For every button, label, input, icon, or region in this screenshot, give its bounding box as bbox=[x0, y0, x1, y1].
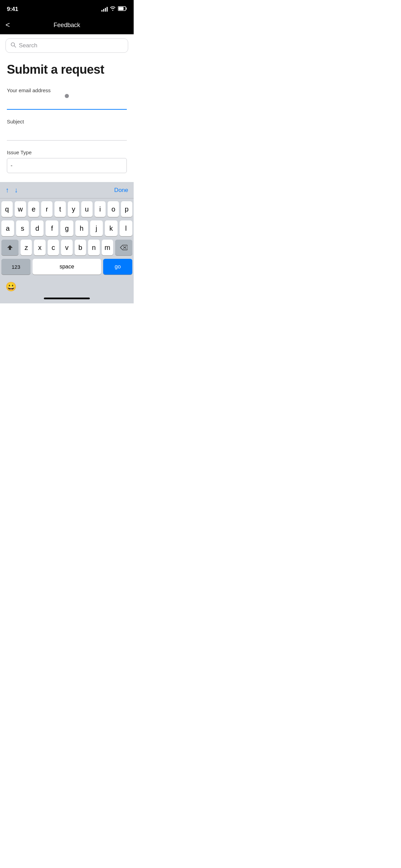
page-title: Submit a request bbox=[7, 62, 127, 76]
key-r[interactable]: r bbox=[41, 201, 52, 217]
search-bar[interactable]: Search bbox=[5, 38, 128, 53]
key-g[interactable]: g bbox=[60, 220, 73, 236]
content-area: Search Submit a request Your email addre… bbox=[0, 38, 134, 173]
keyboard: q w e r t y u i o p a s d f g h j k l z … bbox=[0, 198, 134, 279]
key-j[interactable]: j bbox=[90, 220, 103, 236]
key-b[interactable]: b bbox=[75, 240, 86, 255]
subject-label: Subject bbox=[7, 119, 127, 124]
key-n[interactable]: n bbox=[88, 240, 99, 255]
shift-key[interactable] bbox=[1, 240, 19, 255]
key-u[interactable]: u bbox=[81, 201, 93, 217]
svg-rect-2 bbox=[119, 7, 124, 10]
form-area: Submit a request Your email address Subj… bbox=[0, 53, 134, 173]
subject-input[interactable] bbox=[7, 127, 127, 141]
key-i[interactable]: i bbox=[95, 201, 106, 217]
numbers-key[interactable]: 123 bbox=[1, 259, 31, 275]
search-placeholder: Search bbox=[19, 42, 37, 49]
home-indicator-wrap bbox=[0, 295, 134, 303]
key-c[interactable]: c bbox=[48, 240, 59, 255]
issue-type-dropdown[interactable]: - bbox=[7, 158, 127, 173]
key-t[interactable]: t bbox=[54, 201, 66, 217]
delete-key[interactable] bbox=[115, 240, 132, 255]
key-o[interactable]: o bbox=[108, 201, 119, 217]
key-y[interactable]: y bbox=[68, 201, 79, 217]
search-icon bbox=[11, 42, 16, 49]
key-x[interactable]: x bbox=[34, 240, 45, 255]
keyboard-row-1: q w e r t y u i o p bbox=[1, 201, 132, 217]
keyboard-row-3: z x c v b n m bbox=[1, 240, 132, 255]
back-button[interactable]: < bbox=[5, 21, 10, 29]
key-e[interactable]: e bbox=[28, 201, 39, 217]
key-w[interactable]: w bbox=[15, 201, 26, 217]
signal-icon bbox=[101, 7, 108, 12]
key-k[interactable]: k bbox=[105, 220, 118, 236]
key-m[interactable]: m bbox=[102, 240, 113, 255]
issue-type-group: Issue Type - bbox=[7, 149, 127, 173]
cursor-dot bbox=[65, 94, 69, 98]
email-input-wrap bbox=[7, 96, 127, 110]
key-v[interactable]: v bbox=[61, 240, 72, 255]
status-icons bbox=[101, 6, 127, 12]
keyboard-row-2: a s d f g h j k l bbox=[1, 220, 132, 236]
battery-icon bbox=[118, 6, 127, 12]
wifi-icon bbox=[110, 6, 116, 12]
keyboard-done-button[interactable]: Done bbox=[114, 187, 128, 194]
email-input[interactable] bbox=[7, 96, 127, 110]
key-l[interactable]: l bbox=[120, 220, 132, 236]
keyboard-toolbar: ↑ ↓ Done bbox=[0, 182, 134, 198]
status-time: 9:41 bbox=[7, 6, 18, 13]
subject-group: Subject bbox=[7, 119, 127, 141]
key-z[interactable]: z bbox=[21, 240, 32, 255]
go-key[interactable]: go bbox=[103, 259, 132, 275]
email-group: Your email address bbox=[7, 87, 127, 110]
space-key[interactable]: space bbox=[33, 259, 101, 275]
issue-type-value: - bbox=[11, 162, 12, 168]
svg-line-4 bbox=[14, 46, 16, 48]
key-d[interactable]: d bbox=[31, 220, 44, 236]
nav-title: Feedback bbox=[53, 22, 80, 29]
key-f[interactable]: f bbox=[46, 220, 58, 236]
keyboard-bottom-bar: 😀 bbox=[0, 279, 134, 295]
key-p[interactable]: p bbox=[121, 201, 132, 217]
key-a[interactable]: a bbox=[1, 220, 14, 236]
key-s[interactable]: s bbox=[16, 220, 29, 236]
keyboard-nav: ↑ ↓ bbox=[5, 186, 18, 194]
nav-bar: < Feedback bbox=[0, 17, 134, 34]
home-indicator bbox=[44, 298, 90, 299]
keyboard-prev-button[interactable]: ↑ bbox=[5, 186, 9, 194]
key-h[interactable]: h bbox=[75, 220, 88, 236]
emoji-button[interactable]: 😀 bbox=[5, 281, 16, 292]
issue-type-label: Issue Type bbox=[7, 149, 127, 155]
key-q[interactable]: q bbox=[1, 201, 13, 217]
keyboard-row-4: 123 space go bbox=[1, 259, 132, 275]
email-label: Your email address bbox=[7, 87, 127, 93]
svg-rect-1 bbox=[126, 8, 127, 10]
status-bar: 9:41 bbox=[0, 0, 134, 17]
keyboard-next-button[interactable]: ↓ bbox=[14, 186, 18, 194]
